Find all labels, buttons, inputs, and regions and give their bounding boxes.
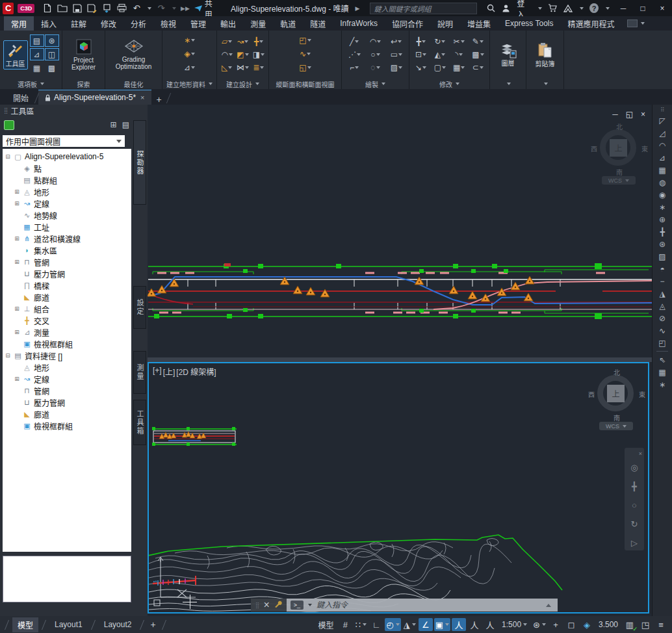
- panel-label[interactable]: [526, 79, 563, 89]
- pan-icon[interactable]: ╋: [632, 482, 637, 491]
- tree-item[interactable]: ⊓ 管網: [3, 385, 131, 396]
- panel-label[interactable]: 縱斷面和橫斷面視圖: [269, 79, 341, 89]
- toolspace-header[interactable]: ⣿工具區: [0, 105, 148, 116]
- polar-tracking-icon[interactable]: ◴: [385, 618, 400, 631]
- item-view-toggle-icon[interactable]: ⊞: [110, 120, 117, 129]
- tree-item[interactable]: ◬ 地形: [3, 361, 131, 373]
- panel-label[interactable]: [490, 79, 526, 89]
- clipboard-button[interactable]: 剪貼簿: [534, 41, 557, 69]
- layers-button[interactable]: 圖層: [497, 42, 519, 68]
- close-drawing-icon[interactable]: ×: [140, 94, 144, 101]
- draw-icon[interactable]: ↩: [387, 35, 406, 47]
- modify-icon[interactable]: ⊂: [469, 61, 487, 73]
- create-design-icon[interactable]: ⋈: [235, 61, 250, 73]
- tree-item[interactable]: ◣ 廊道: [3, 408, 131, 420]
- create-design-icon[interactable]: ↝: [235, 35, 250, 47]
- draw-icon[interactable]: ⌐: [344, 61, 364, 73]
- tree-item[interactable]: ▦ 工址: [3, 221, 131, 233]
- command-input[interactable]: [315, 600, 543, 610]
- station-offset-icon[interactable]: ▦: [655, 164, 669, 176]
- panel-label[interactable]: 選項板: [0, 79, 62, 89]
- workspace-switching-icon[interactable]: ⊛: [532, 618, 547, 631]
- qat-more-icon[interactable]: ▶▶: [181, 5, 190, 12]
- ribbon-tab[interactable]: 精選應用程式: [561, 16, 622, 31]
- grid-display-icon[interactable]: #: [338, 618, 352, 631]
- elevation-value[interactable]: 3.500: [595, 618, 621, 631]
- modify-icon[interactable]: ◝: [450, 48, 468, 60]
- start-tab[interactable]: 開始: [6, 90, 35, 105]
- draw-icon[interactable]: ◌: [365, 61, 385, 73]
- create-design-icon[interactable]: ◩: [235, 48, 250, 60]
- layout-tab[interactable]: Layout1: [49, 618, 88, 631]
- panel-label[interactable]: 建立地形資料: [162, 79, 216, 89]
- showmotion-icon[interactable]: ▷: [631, 538, 638, 548]
- recent-commands-dropdown[interactable]: [308, 604, 312, 606]
- tree-item[interactable]: ⊞ ⊓ 管網: [3, 256, 131, 268]
- point-name-icon[interactable]: ⊕: [655, 213, 669, 226]
- command-input-area[interactable]: >_: [287, 599, 558, 612]
- ribbon-tab[interactable]: 軌道: [273, 16, 303, 31]
- ground-data-icon[interactable]: ∗: [183, 34, 196, 47]
- model-tab[interactable]: 模型: [12, 617, 38, 632]
- drawing-close-button[interactable]: ×: [641, 110, 645, 119]
- tree-item[interactable]: ∿ 地勢線: [3, 209, 131, 221]
- tree-item[interactable]: ⊞ ⊿ 測量: [3, 326, 131, 338]
- profile-grade-icon[interactable]: ⊘: [655, 312, 669, 324]
- panel-label[interactable]: 最佳化: [105, 79, 162, 89]
- save-as-icon[interactable]: [87, 3, 97, 14]
- object-snap-icon[interactable]: ▣: [434, 618, 450, 631]
- recent-commands-icon[interactable]: >_: [291, 601, 304, 610]
- modify-icon[interactable]: ╋: [412, 35, 430, 47]
- tab-settings[interactable]: 設定: [133, 286, 146, 329]
- panel-label[interactable]: 探索: [62, 79, 105, 89]
- command-close-icon[interactable]: ×: [264, 599, 270, 611]
- tree-item[interactable]: ▤ 點群組: [3, 174, 131, 186]
- ribbon-tab[interactable]: 檢視: [153, 16, 183, 31]
- modify-icon[interactable]: ⊡: [412, 48, 430, 60]
- snap-mode-icon[interactable]: ∷: [354, 618, 368, 631]
- tree-root-drawing[interactable]: ⊟ ▢ Align-Superelevation-5: [3, 151, 131, 162]
- tree-item[interactable]: ⊞ ↝ 定線: [3, 198, 131, 209]
- ribbon-tab[interactable]: 增益集: [460, 16, 498, 31]
- redo-icon[interactable]: ↷: [156, 3, 166, 14]
- customization-icon[interactable]: ≡: [654, 618, 668, 631]
- modify-icon[interactable]: ↻: [431, 35, 448, 47]
- ground-data-icon[interactable]: ◈: [183, 48, 196, 60]
- drawing-tab[interactable]: Align-Superelevation-5* ×: [38, 90, 151, 105]
- save-icon[interactable]: [72, 3, 83, 14]
- ground-data-icon[interactable]: ⊿: [183, 62, 196, 74]
- grade-length-icon[interactable]: ∿: [655, 324, 669, 337]
- ribbon-tab[interactable]: 輸出: [213, 16, 243, 31]
- tree-item[interactable]: ▣ 檢視框群組: [3, 420, 131, 432]
- palette-icon[interactable]: ⊛: [45, 34, 59, 47]
- side-shot-icon[interactable]: ⊿: [655, 151, 669, 164]
- surface-elevation-transparent-icon[interactable]: ◬: [655, 300, 669, 312]
- autodesk-logo-icon[interactable]: [563, 3, 573, 14]
- undo-dropdown[interactable]: [148, 7, 151, 10]
- view-selector-dropdown[interactable]: 作用中圖面視圖: [3, 135, 125, 147]
- grading-optimization-button[interactable]: Grading Optimization: [108, 38, 159, 71]
- search-icon[interactable]: [486, 3, 496, 14]
- ribbon-tab[interactable]: 常用: [4, 16, 34, 31]
- draw-icon[interactable]: ⋰: [344, 48, 364, 60]
- tree-item[interactable]: ⊞ ⊥ 組合: [3, 303, 131, 315]
- draw-icon[interactable]: ▨: [387, 61, 406, 73]
- ribbon-tab[interactable]: 註解: [64, 16, 94, 31]
- point-filter-icon[interactable]: ▨: [655, 250, 669, 263]
- isometric-drafting-icon[interactable]: ◮: [402, 618, 417, 631]
- search-input[interactable]: 鍵入關鍵字或詞組: [370, 3, 477, 14]
- tab-toolbox[interactable]: 工具箱: [133, 400, 146, 445]
- object-snap-tracking-icon[interactable]: ∠: [419, 618, 433, 631]
- ribbon-tab[interactable]: Express Tools: [498, 16, 560, 31]
- preview-toggle-icon[interactable]: ▤: [122, 120, 129, 129]
- draw-icon[interactable]: ╱: [344, 35, 364, 47]
- viewport-top[interactable]: ─◱× 北 西 東 南 上 WCS: [148, 105, 652, 357]
- orbit-icon[interactable]: ↻: [631, 519, 638, 529]
- palette-icon[interactable]: ▦: [30, 62, 44, 74]
- modify-icon[interactable]: ✂: [450, 35, 468, 47]
- new-file-icon[interactable]: [42, 3, 53, 14]
- tree-root-shortcuts[interactable]: ⊟ ▤ 資料捷徑 []: [3, 350, 131, 361]
- modify-icon[interactable]: ▢: [431, 61, 448, 73]
- create-design-icon[interactable]: ◺: [220, 61, 234, 73]
- steering-wheel-icon[interactable]: ◎: [630, 463, 638, 472]
